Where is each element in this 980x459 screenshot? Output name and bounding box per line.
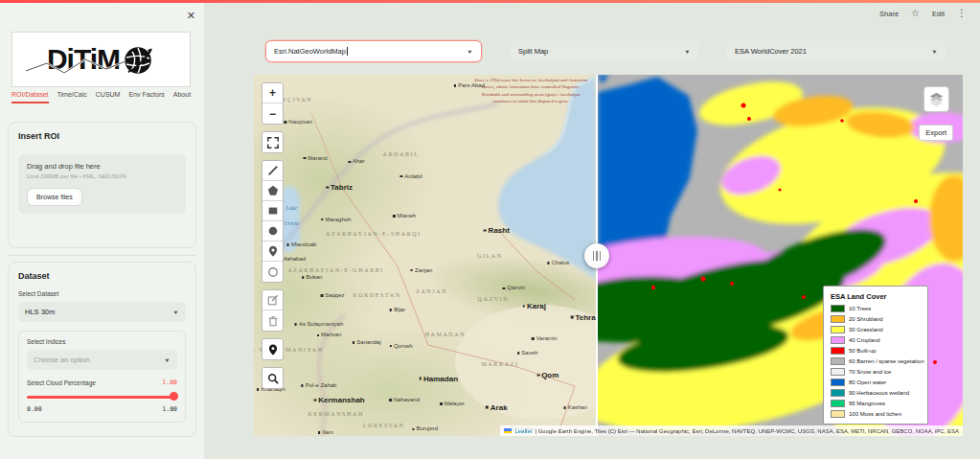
dataset-card: Dataset Select Dataset HLS 30m ▼ Select … (8, 262, 196, 437)
map-controls-row: Esri.NatGeoWorldMap ▼ Split Map ▼ ESA Wo… (265, 40, 946, 62)
map-city-label: Maragheh (321, 217, 352, 222)
map-city-label: Nahavand (389, 397, 420, 402)
map-city-label: Bijar (390, 307, 406, 312)
map-region-label: QAZVIN (478, 296, 510, 302)
dataset-title: Dataset (18, 271, 186, 281)
draw-polyline-button[interactable] (262, 161, 283, 181)
map-region-label: HAMADAN (425, 332, 467, 337)
legend-swatch (831, 389, 845, 398)
map-city-label: Pol-e Zahab (301, 382, 336, 388)
export-button[interactable]: Export (919, 125, 953, 141)
sidebar-divider (8, 255, 196, 256)
map-region-label: ZANJAN (416, 288, 447, 294)
app-logo: DiTiM (11, 32, 191, 87)
map-city-label: Borujerd (412, 425, 438, 431)
tab-env-factors[interactable]: Env Factors (128, 91, 164, 103)
legend-label: 10 Trees (849, 306, 871, 311)
draw-circlemarker-button[interactable] (262, 262, 283, 282)
fullscreen-button[interactable] (262, 132, 283, 152)
esa-landcover-legend: ESA Land Cover 10 Trees20 Shrubland30 Gr… (823, 286, 928, 425)
map-annotation-text: Since a 1994 cease-fire between Azerbaij… (472, 77, 588, 104)
zoom-out-button[interactable]: − (262, 103, 283, 124)
map-mode-select[interactable]: Split Map ▼ (511, 40, 698, 62)
zoom-in-button[interactable]: + (262, 83, 283, 103)
draw-polygon-button[interactable] (262, 181, 283, 201)
legend-swatch (831, 326, 845, 334)
tab-about[interactable]: About (173, 91, 191, 103)
delete-layers-button[interactable] (262, 310, 283, 331)
tab-time-calc[interactable]: Time/Calc (57, 91, 87, 103)
share-button[interactable]: Share (879, 10, 899, 18)
chevron-down-icon: ▼ (172, 310, 179, 315)
slider-track (27, 396, 177, 399)
indices-select[interactable]: Choose an option ▼ (27, 350, 177, 370)
draw-rectangle-button[interactable] (262, 201, 283, 221)
map-city-label: Kashan (563, 404, 587, 410)
map-city-label: Marivan (317, 332, 342, 337)
edit-button[interactable]: Edit (932, 10, 945, 18)
split-drag-handle[interactable] (584, 243, 609, 268)
map-city-label: Saqqez (321, 292, 345, 298)
draw-circle-button[interactable] (262, 221, 283, 241)
legend-label: 70 Snow and ice (849, 369, 891, 375)
file-dropzone[interactable]: Drag and drop file here Limit 200MB per … (18, 154, 186, 214)
cloud-percentage-slider[interactable] (27, 393, 177, 401)
sidebar-tab-bar: ROI/DatasetTime/CalcCUSUMEnv FactorsAbou… (11, 91, 198, 103)
insert-roi-card: Insert ROI Drag and drop file here Limit… (8, 122, 196, 248)
layers-control-button[interactable] (923, 86, 949, 112)
map-city-label: Rasht (484, 226, 510, 235)
star-icon[interactable]: ☆ (911, 9, 920, 18)
legend-swatch (831, 400, 845, 408)
locate-marker-button[interactable] (262, 339, 283, 359)
legend-swatch (831, 368, 845, 377)
basemap-panel[interactable]: Since a 1994 cease-fire between Azerbaij… (254, 75, 596, 436)
cloud-percentage-label: Select Cloud Percentage (27, 379, 96, 386)
leaflet-link[interactable]: Leaflet (514, 428, 532, 434)
kebab-menu-icon[interactable]: ⋮ (957, 9, 967, 18)
map-city-label: Sanandaj (353, 339, 381, 345)
map-water-label: Urmia (284, 220, 299, 226)
dataset-select-value: HLS 30m (25, 308, 172, 316)
map-region-label: KORDESTAN (353, 292, 400, 298)
draw-marker-button[interactable] (262, 241, 283, 262)
tab-cusum[interactable]: CUSUM (96, 91, 121, 103)
split-map[interactable]: Since a 1994 cease-fire between Azerbaij… (254, 75, 963, 436)
map-city-label: Qazvin (503, 285, 525, 290)
map-city-label: Mianeh (393, 213, 416, 218)
map-region-label: GILAN (477, 253, 503, 259)
search-button[interactable] (262, 368, 283, 388)
map-city-label: Tehran (571, 312, 596, 321)
legend-swatch (831, 305, 845, 313)
tab-roi-dataset[interactable]: ROI/Dataset (11, 91, 49, 103)
map-city-label: Pars Abad (454, 82, 485, 88)
attribution-text: | Google Earth Engine, Tiles (C) Esri — … (535, 428, 959, 434)
chevron-down-icon: ▼ (164, 357, 171, 363)
map-city-label: Kermanshah (314, 396, 365, 404)
basemap-select-value: Esri.NatGeoWorldMap (274, 47, 346, 56)
chevron-down-icon: ▼ (684, 49, 691, 55)
legend-swatch (831, 347, 845, 356)
slider-thumb[interactable] (170, 392, 178, 401)
legend-item: 95 Mangroves (831, 400, 921, 408)
legend-label: 50 Built-up (849, 348, 877, 354)
browse-files-button[interactable]: Browse files (27, 188, 82, 206)
chevron-down-icon: ▼ (467, 49, 473, 55)
slider-max-label: 1.00 (162, 405, 177, 413)
map-city-label: Ardabil (400, 173, 422, 179)
legend-item: 40 Cropland (831, 336, 921, 345)
close-sidebar-button[interactable]: ✕ (187, 11, 195, 21)
map-city-label: Miandoab (287, 241, 317, 247)
app-header-actions: Share ☆ Edit ⋮ (879, 9, 967, 18)
dataset-select[interactable]: HLS 30m ▼ (18, 302, 186, 322)
overlay-select[interactable]: ESA WorldCover 2021 ▼ (727, 40, 946, 62)
basemap-select[interactable]: Esri.NatGeoWorldMap ▼ (265, 40, 482, 62)
indices-select-placeholder: Choose an option (34, 356, 164, 364)
legend-item: 20 Shrubland (831, 315, 921, 324)
slider-min-label: 0.00 (27, 405, 42, 413)
map-city-label: Tabriz (327, 182, 353, 191)
legend-label: 40 Cropland (849, 337, 880, 343)
layers-icon (928, 91, 945, 107)
map-city-label: Marand (304, 155, 328, 161)
map-city-label: Karaj (522, 302, 546, 310)
edit-layers-button[interactable] (262, 290, 283, 310)
